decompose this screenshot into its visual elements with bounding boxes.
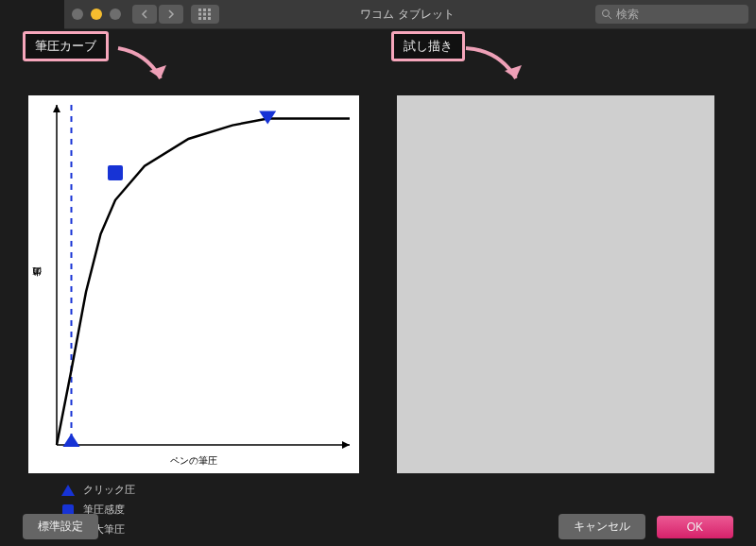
nav-back-forward [132,5,183,24]
svg-rect-2 [208,9,211,11]
svg-rect-4 [203,13,206,16]
pressure-curve-chart[interactable]: 出力値 ペンの筆圧 [28,95,359,473]
svg-rect-14 [108,165,123,180]
svg-point-9 [603,10,610,17]
minimize-window-button[interactable] [91,9,102,20]
svg-rect-5 [208,13,211,16]
svg-line-10 [609,16,611,19]
footer: 標準設定 キャンセル OK [0,514,756,539]
svg-rect-0 [198,9,201,11]
cancel-button[interactable]: キャンセル [558,514,645,539]
chart-x-axis-label: ペンの筆圧 [170,454,217,468]
legend-item-click: クリック圧 [60,483,359,497]
try-draw-canvas[interactable] [397,95,714,473]
nav-forward-button[interactable] [159,5,183,24]
window-title: ワコム タブレット [219,7,595,23]
pressure-curve-panel: 筆圧カーブ 出力値 ペンの筆圧 クリック圧 [28,58,359,542]
svg-rect-6 [198,17,201,20]
maximize-window-button[interactable] [110,9,121,20]
close-window-button[interactable] [72,9,83,20]
svg-rect-8 [208,17,211,20]
window-traffic-lights [72,9,121,20]
svg-rect-3 [198,13,201,16]
triangle-up-icon [60,484,76,497]
svg-rect-7 [203,17,206,20]
svg-rect-1 [203,9,206,11]
ok-button[interactable]: OK [657,516,733,538]
titlebar: ワコム タブレット 検索 [64,0,756,29]
defaults-button[interactable]: 標準設定 [23,514,98,539]
nav-back-button[interactable] [132,5,157,24]
annotation-arrow-icon [461,39,537,95]
pressure-curve-badge: 筆圧カーブ [23,31,109,61]
annotation-arrow-icon [113,39,180,95]
search-field[interactable]: 検索 [595,5,748,24]
try-draw-badge: 試し描き [391,31,465,61]
search-icon [601,9,612,20]
grid-view-button[interactable] [191,5,219,24]
try-draw-panel: 試し描き [397,58,714,542]
search-placeholder: 検索 [616,7,639,23]
